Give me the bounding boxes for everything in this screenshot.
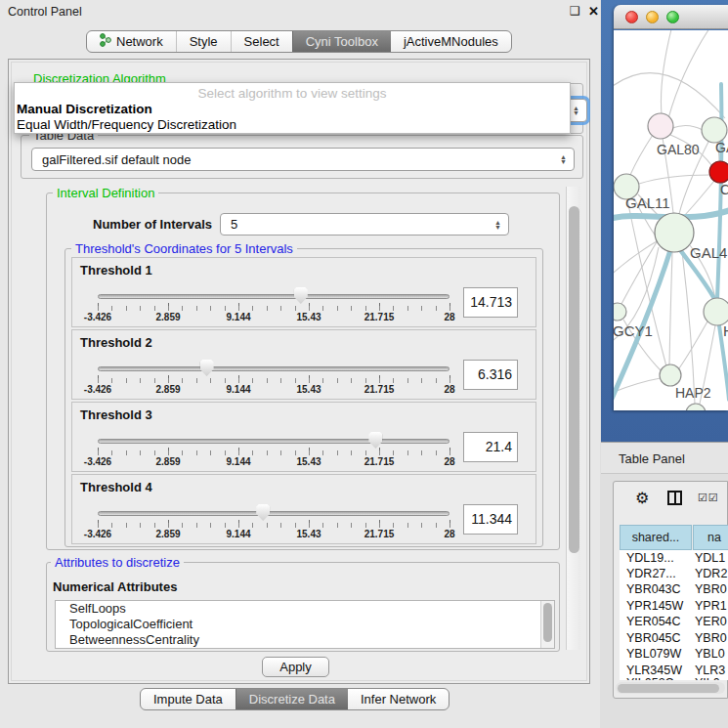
network-canvas[interactable]: GAL80 GA C GAL11 GAL4 GCY1 H HAP2 (614, 30, 728, 410)
cell: YER054C (626, 615, 681, 628)
threshold-1-slider-track[interactable] (98, 294, 450, 299)
panel-title: Control Panel (8, 5, 82, 19)
threshold-3-slider-thumb[interactable] (368, 432, 382, 449)
cell: YBR0 (695, 582, 727, 596)
close-window-icon[interactable] (625, 11, 638, 23)
dropdown-hint: Select algorithm to view settings (15, 86, 570, 101)
table-panel-title: Table Panel (619, 451, 685, 466)
list-item[interactable]: TopologicalCoefficient (56, 617, 554, 632)
zoom-window-icon[interactable] (666, 11, 679, 23)
tab-discretize-data-label: Discretize Data (249, 692, 335, 707)
table-rows[interactable]: YDL19...YDL1 YDR27...YDR2 YBR043CYBR0 YP… (620, 550, 728, 680)
table-horizontal-scrollbar[interactable] (616, 682, 725, 694)
threshold-4-slider-track[interactable] (98, 511, 450, 516)
tab-discretize-data[interactable]: Discretize Data (236, 689, 348, 709)
cell: YBL079W (626, 647, 681, 661)
gear-icon[interactable]: ⚙ (635, 489, 649, 507)
network-window-titlebar[interactable] (614, 5, 728, 29)
table-row[interactable]: YPR145WYPR1 (620, 599, 728, 615)
node-label: C (720, 182, 728, 197)
network-view-window[interactable]: GAL80 GA C GAL11 GAL4 GCY1 H HAP2 (614, 5, 728, 410)
table-data-combobox[interactable]: galFiltered.sif default node ▲▼ (31, 148, 575, 171)
threshold-coordinates-title: Threshold's Coordinates for 5 Intervals (71, 241, 297, 256)
table-row[interactable]: YIL052CYIL0 (620, 676, 728, 680)
table-row[interactable]: YBL079WYBL0 (620, 647, 728, 663)
slider-minor-ticks (98, 450, 450, 455)
tab-cyni-toolbox[interactable]: Cyni Toolbox (292, 31, 391, 52)
tick-label: 15.43 (296, 384, 321, 395)
threshold-1-slider-thumb[interactable] (294, 287, 308, 304)
threshold-3-slider-track[interactable] (98, 439, 450, 444)
numerical-attributes-list[interactable]: SelfLoops TopologicalCoefficient Between… (55, 600, 555, 649)
tab-select[interactable]: Select (231, 31, 292, 52)
combo-arrows-icon: ▲▼ (560, 154, 567, 164)
table-row[interactable]: YBR043CYBR0 (620, 582, 728, 598)
column-header-shared-name[interactable]: shared... (620, 525, 692, 550)
threshold-2-slider-track[interactable] (98, 366, 450, 371)
table-hscrollbar-thumb[interactable] (618, 684, 719, 693)
tick-label: 15.43 (296, 456, 321, 467)
threshold-1-value-field[interactable]: 14.713 (463, 287, 518, 318)
table-row[interactable]: YDL19...YDL1 (620, 551, 728, 567)
tab-jactivemnodules-label: jActiveMNodules (404, 34, 498, 49)
node-selected-red[interactable] (709, 161, 728, 183)
threshold-4-value-field[interactable]: 11.344 (463, 504, 518, 535)
threshold-4-slider-thumb[interactable] (256, 504, 270, 521)
columns-icon[interactable] (667, 491, 682, 505)
top-tab-bar: Network Style Select Cyni Toolbox jActiv… (86, 30, 512, 53)
tab-impute-data[interactable]: Impute Data (141, 689, 236, 709)
cell: YDL1 (695, 551, 725, 565)
tick-label: 9.144 (226, 529, 250, 539)
cell: YLR345W (626, 664, 682, 677)
tick-label: -3.426 (84, 529, 111, 539)
tick-label: -3.426 (84, 384, 111, 395)
tick-label: 28 (444, 529, 454, 539)
tab-jactivemnodules[interactable]: jActiveMNodules (391, 31, 511, 52)
table-row[interactable]: YBR045CYBR0 (620, 631, 728, 647)
node-h[interactable] (704, 298, 728, 325)
minimize-window-icon[interactable] (646, 11, 659, 23)
float-panel-icon[interactable]: ❑ (570, 4, 580, 18)
list-scrollbar-thumb[interactable] (543, 603, 552, 642)
slider-minor-ticks (98, 306, 450, 311)
tick-label: 21.715 (364, 456, 395, 467)
node-gal80[interactable] (648, 113, 673, 139)
cell: YDR27... (626, 567, 676, 580)
dropdown-option-equal-width[interactable]: Equal Width/Frequency Discretization (17, 117, 236, 132)
dropdown-option-manual[interactable]: Manual Discretization (17, 102, 152, 116)
node-bottom[interactable] (686, 404, 706, 410)
column-header-name[interactable]: na (693, 525, 728, 550)
threshold-3-value-field[interactable]: 21.4 (463, 432, 518, 462)
threshold-4-label: Threshold 4 (80, 480, 152, 494)
node-label: GAL80 (657, 142, 700, 157)
attributes-group: Attributes to discretize Numerical Attri… (46, 562, 560, 652)
close-panel-icon[interactable]: ✕ (588, 4, 599, 19)
table-row[interactable]: YER054CYER0 (620, 615, 728, 630)
select-columns-icon[interactable]: ☑☑ (698, 492, 719, 504)
tab-network[interactable]: Network (87, 31, 176, 52)
threshold-coordinates-group: Threshold's Coordinates for 5 Intervals … (64, 248, 543, 547)
tab-style[interactable]: Style (176, 31, 231, 52)
list-item[interactable]: SelfLoops (56, 601, 554, 617)
tab-impute-data-label: Impute Data (153, 692, 223, 707)
tab-infer-network[interactable]: Infer Network (348, 689, 449, 709)
number-of-intervals-combobox[interactable]: 5 ▲▼ (220, 213, 509, 236)
threshold-2-value-field[interactable]: 6.316 (463, 360, 518, 390)
threshold-2-slider-thumb[interactable] (200, 360, 214, 376)
node-label: HAP2 (675, 385, 711, 401)
list-item[interactable]: BetweennessCentrality (56, 632, 554, 648)
panel-scrollbar-thumb[interactable] (569, 206, 579, 553)
node-gcy1[interactable] (614, 303, 626, 321)
number-of-intervals-value: 5 (231, 217, 237, 232)
node-gal4[interactable] (655, 213, 694, 252)
node-hap2[interactable] (660, 364, 681, 386)
apply-button[interactable]: Apply (262, 657, 329, 677)
panel-scrollbar[interactable] (566, 187, 580, 650)
tick-label: 28 (444, 312, 454, 322)
threshold-1-box: Threshold 1 -3.426 2.859 9.144 15.43 21.… (71, 257, 536, 327)
table-toolbar: ⚙ ☑☑ (614, 482, 728, 517)
cell: YBR043C (626, 582, 681, 596)
table-row[interactable]: YDR27...YDR2 (620, 567, 728, 582)
tab-infer-network-label: Infer Network (361, 692, 436, 707)
list-scrollbar[interactable] (540, 601, 554, 648)
